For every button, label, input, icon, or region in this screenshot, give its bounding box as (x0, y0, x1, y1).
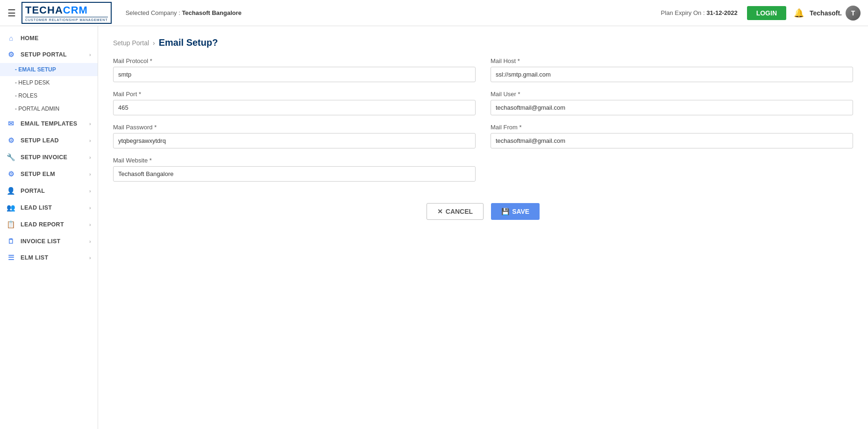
chevron-right-icon: › (89, 255, 91, 260)
sidebar-item-label: SETUP INVOICE (21, 154, 67, 161)
cancel-button[interactable]: ✕ CANCEL (427, 203, 484, 220)
plan-expiry: Plan Expiry On : 31-12-2022 (661, 9, 738, 16)
hamburger-icon[interactable]: ☰ (7, 7, 16, 19)
mail-host-group: Mail Host * (491, 57, 853, 82)
navbar: ☰ TECHACRM CUSTOMER RELATIONSHIP MANAGEM… (0, 0, 868, 26)
lead-list-icon: 👥 (7, 204, 16, 212)
setup-lead-icon: ⚙ (7, 136, 16, 145)
main-content: Setup Portal › Email Setup? Mail Protoco… (98, 26, 868, 429)
login-button[interactable]: LOGIN (747, 6, 786, 20)
chevron-right-icon: › (89, 155, 91, 160)
mail-website-label: Mail Website * (113, 157, 476, 164)
selected-company: Selected Company : Techasoft Bangalore (126, 9, 242, 16)
sidebar-item-setup-invoice[interactable]: 🔧 SETUP INVOICE › (0, 149, 98, 166)
elm-list-icon: ☰ (7, 253, 16, 262)
form-right-column: Mail Host * Mail User * Mail From * (491, 57, 853, 190)
mail-from-label: Mail From * (491, 124, 853, 131)
avatar: T (846, 6, 861, 21)
sidebar-item-label: EMAIL TEMPLATES (21, 120, 77, 127)
sidebar-item-setup-portal[interactable]: ⚙ SETUP PORTAL › (0, 46, 98, 63)
sidebar-item-email-setup[interactable]: - EMAIL SETUP (0, 63, 98, 76)
sidebar-item-label: LEAD LIST (21, 204, 52, 211)
x-icon: ✕ (437, 208, 443, 215)
user-name: Techasoft. (810, 9, 842, 17)
sidebar-item-home[interactable]: ⌂ HOME (0, 30, 98, 46)
sidebar-item-elm-list[interactable]: ☰ ELM LIST › (0, 249, 98, 266)
save-button[interactable]: 💾 SAVE (491, 203, 540, 220)
mail-port-group: Mail Port * (113, 91, 476, 115)
mail-port-input[interactable] (113, 100, 476, 115)
sidebar-item-help-desk[interactable]: - HELP DESK (0, 76, 98, 89)
sidebar-item-label: SETUP ELM (21, 171, 55, 177)
portal-icon: 👤 (7, 187, 16, 195)
sidebar-item-label: PORTAL (21, 188, 45, 194)
save-label: SAVE (512, 208, 529, 215)
chevron-right-icon: › (89, 205, 91, 211)
chevron-right-icon: › (89, 188, 91, 194)
chevron-right-icon: › (89, 239, 91, 244)
mail-protocol-label: Mail Protocol * (113, 57, 476, 64)
sidebar-item-label: HOME (21, 35, 39, 42)
mail-user-label: Mail User * (491, 91, 853, 98)
home-icon: ⌂ (7, 34, 16, 42)
sidebar-item-label: LEAD REPORT (21, 221, 64, 228)
sidebar-item-setup-elm[interactable]: ⚙ SETUP ELM › (0, 166, 98, 183)
setup-invoice-icon: 🔧 (7, 153, 16, 162)
user-info: Techasoft. T (810, 6, 861, 21)
sidebar-item-label: INVOICE LIST (21, 238, 61, 245)
sidebar-item-portal-admin[interactable]: - PORTAL ADMIN (0, 102, 98, 115)
cancel-label: CANCEL (446, 208, 473, 215)
chevron-right-icon: › (89, 171, 91, 177)
mail-user-input[interactable] (491, 100, 853, 115)
breadcrumb-current: Email Setup? (159, 37, 218, 48)
bell-icon[interactable]: 🔔 (794, 8, 804, 18)
lead-report-icon: 📋 (7, 220, 16, 229)
sidebar: ⌂ HOME ⚙ SETUP PORTAL › - EMAIL SETUP - … (0, 26, 98, 429)
sidebar-item-label: - ROLES (15, 92, 37, 99)
save-icon: 💾 (501, 208, 509, 215)
sidebar-item-label: ELM LIST (21, 254, 48, 261)
sidebar-item-portal[interactable]: 👤 PORTAL › (0, 183, 98, 199)
sidebar-item-label: - HELP DESK (15, 79, 50, 86)
breadcrumb: Setup Portal › Email Setup? (113, 37, 853, 48)
sidebar-item-label: - PORTAL ADMIN (15, 105, 59, 112)
chevron-right-icon: › (89, 138, 91, 143)
sidebar-item-lead-list[interactable]: 👥 LEAD LIST › (0, 199, 98, 216)
logo-text: TECHACRM (25, 4, 88, 16)
sidebar-item-invoice-list[interactable]: 🗒 INVOICE LIST › (0, 233, 98, 249)
setup-elm-icon: ⚙ (7, 170, 16, 178)
mail-from-input[interactable] (491, 133, 853, 148)
chevron-right-icon: › (89, 121, 91, 127)
logo-subtitle: CUSTOMER RELATIONSHIP MANAGEMENT (25, 17, 108, 21)
chevron-right-icon: › (89, 52, 91, 57)
sidebar-item-label: SETUP LEAD (21, 137, 59, 144)
sidebar-item-setup-lead[interactable]: ⚙ SETUP LEAD › (0, 132, 98, 149)
form-left-column: Mail Protocol * Mail Port * Mail Passwor… (113, 57, 476, 190)
mail-from-group: Mail From * (491, 124, 853, 148)
mail-password-group: Mail Password * (113, 124, 476, 148)
logo: TECHACRM CUSTOMER RELATIONSHIP MANAGEMEN… (21, 2, 112, 24)
mail-password-input[interactable] (113, 133, 476, 148)
mail-host-input[interactable] (491, 67, 853, 82)
chevron-right-icon: › (89, 222, 91, 227)
form-actions: ✕ CANCEL 💾 SAVE (113, 203, 853, 220)
breadcrumb-parent[interactable]: Setup Portal (113, 39, 149, 47)
invoice-list-icon: 🗒 (7, 237, 16, 245)
setup-portal-icon: ⚙ (7, 50, 16, 59)
email-setup-form: Mail Protocol * Mail Port * Mail Passwor… (113, 57, 853, 190)
sidebar-item-lead-report[interactable]: 📋 LEAD REPORT › (0, 216, 98, 233)
mail-website-group: Mail Website * (113, 157, 476, 182)
mail-host-label: Mail Host * (491, 57, 853, 64)
mail-protocol-group: Mail Protocol * (113, 57, 476, 82)
sidebar-item-roles[interactable]: - ROLES (0, 89, 98, 102)
mail-website-input[interactable] (113, 166, 476, 182)
sidebar-item-label: - EMAIL SETUP (15, 66, 56, 73)
mail-port-label: Mail Port * (113, 91, 476, 98)
email-templates-icon: ✉ (7, 120, 16, 128)
sidebar-item-email-templates[interactable]: ✉ EMAIL TEMPLATES › (0, 115, 98, 132)
mail-protocol-input[interactable] (113, 67, 476, 82)
mail-password-label: Mail Password * (113, 124, 476, 131)
breadcrumb-arrow: › (153, 39, 155, 47)
mail-user-group: Mail User * (491, 91, 853, 115)
sidebar-item-label: SETUP PORTAL (21, 51, 67, 58)
